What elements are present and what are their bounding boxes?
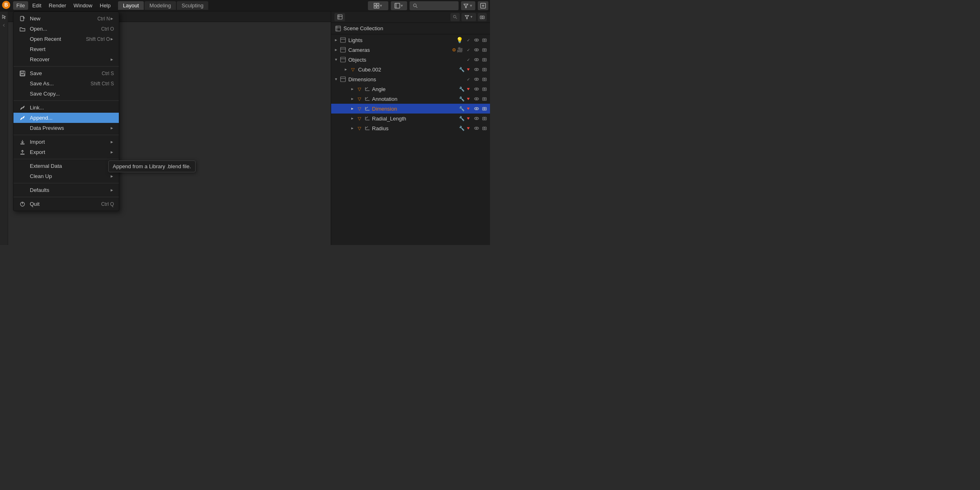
cube002-eye[interactable] [473, 66, 480, 73]
outliner-filter-btn[interactable]: ▼ [461, 13, 476, 21]
dimensions-check[interactable]: ✓ [465, 76, 472, 83]
menu-item-clean-up[interactable]: Clean Up ► [13, 171, 119, 181]
menu-edit[interactable]: Edit [29, 1, 45, 10]
menu-item-data-previews[interactable]: Data Previews ► [13, 123, 119, 133]
lights-check[interactable]: ✓ [465, 36, 472, 44]
filter-btn[interactable]: ▼ [461, 1, 475, 10]
menu-item-save-copy[interactable]: Save Copy... [13, 89, 119, 99]
menu-item-open[interactable]: Open... Ctrl O [13, 24, 119, 34]
display-mode-btn[interactable]: ▼ [391, 1, 407, 10]
dimensions-eye[interactable] [473, 76, 480, 83]
cube002-wrench: 🔧 [459, 67, 465, 72]
dimensions-camera[interactable] [481, 76, 488, 83]
annotation-camera[interactable] [481, 95, 488, 102]
outliner-item-cube002[interactable]: ► ▽ Cube.002 🔧 🔻 [331, 65, 490, 74]
dimension-camera[interactable] [481, 105, 488, 112]
cameras-check[interactable]: ✓ [465, 46, 472, 53]
svg-line-83 [365, 127, 368, 128]
svg-point-57 [476, 89, 477, 90]
lights-expand[interactable]: ► [333, 37, 339, 43]
outliner-camera-btn[interactable] [478, 13, 487, 21]
menu-render[interactable]: Render [45, 1, 69, 10]
cube002-expand[interactable]: ► [343, 66, 349, 73]
radius-eye[interactable] [473, 125, 480, 132]
menu-item-recover[interactable]: Recover ► [13, 54, 119, 65]
recover-label: Recover [30, 56, 110, 62]
separator-1 [13, 66, 119, 67]
outliner-item-radius[interactable]: ► ▽ Radius 🔧 🔻 [331, 123, 490, 133]
new-workspace-btn[interactable] [478, 1, 488, 10]
menu-item-open-recent[interactable]: Open Recent Shift Ctrl O ► [13, 34, 119, 44]
outliner-item-dimension[interactable]: ► ▽ Dimension 🔧 🔻 [331, 104, 490, 114]
data-previews-label: Data Previews [30, 125, 110, 131]
cameras-eye[interactable] [473, 46, 480, 53]
cameras-camera[interactable] [481, 46, 488, 53]
radial-label: Radial_Length [372, 116, 459, 122]
dimensions-expand[interactable]: ▼ [333, 76, 339, 82]
radius-tri: 🔻 [466, 126, 471, 131]
lights-eye[interactable] [473, 36, 480, 44]
outliner-item-dimensions[interactable]: ▼ Dimensions ✓ [331, 74, 490, 84]
radius-camera[interactable] [481, 125, 488, 132]
dimension-measure-icon [365, 105, 370, 112]
outliner-item-objects[interactable]: ▼ Objects ✓ [331, 55, 490, 65]
svg-rect-6 [395, 3, 400, 8]
outliner-item-radial-length[interactable]: ► ▽ Radial_Length 🔧 🔻 [331, 114, 490, 123]
cube002-camera[interactable] [481, 66, 488, 73]
menu-item-export[interactable]: Export ► [13, 147, 119, 157]
scene-collection-header[interactable]: Scene Collection [331, 23, 490, 34]
dimension-eye[interactable] [473, 105, 480, 112]
menu-item-import[interactable]: Import ► [13, 137, 119, 147]
select-tool[interactable] [0, 13, 8, 20]
objects-eye[interactable] [473, 56, 480, 63]
menu-help[interactable]: Help [96, 1, 114, 10]
annotation-expand[interactable]: ► [349, 96, 356, 102]
menu-window[interactable]: Window [70, 1, 96, 10]
menu-item-save[interactable]: Save Ctrl S [13, 68, 119, 78]
separator-6 [13, 197, 119, 197]
editor-type-btn[interactable]: ▼ [368, 1, 388, 10]
angle-expand[interactable]: ► [349, 86, 356, 92]
annotation-eye[interactable] [473, 95, 480, 102]
outliner-search[interactable] [450, 13, 460, 21]
lights-camera[interactable] [481, 36, 488, 44]
separator-3 [13, 135, 119, 135]
radial-camera[interactable] [481, 115, 488, 122]
menu-item-new[interactable]: New Ctrl N ► [13, 13, 119, 24]
radius-expand[interactable]: ► [349, 125, 356, 131]
objects-camera[interactable] [481, 56, 488, 63]
outliner-item-angle[interactable]: ► ▽ Angle 🔧 🔻 [331, 84, 490, 94]
objects-check[interactable]: ✓ [465, 56, 472, 63]
svg-point-59 [484, 89, 486, 90]
search-bar[interactable] [410, 1, 459, 10]
cube002-tri: 🔻 [466, 67, 471, 72]
svg-point-21 [481, 16, 483, 18]
radial-eye[interactable] [473, 115, 480, 122]
cameras-expand[interactable]: ► [333, 47, 339, 53]
outliner-item-lights[interactable]: ► Lights 💡 ✓ [331, 35, 490, 45]
open-recent-shortcut: Shift Ctrl O [86, 36, 110, 42]
menu-item-external-data[interactable]: External Data ► [13, 161, 119, 171]
tab-sculpting[interactable]: Sculpting [177, 1, 208, 10]
menu-item-append[interactable]: Append... [13, 113, 119, 123]
objects-expand[interactable]: ▼ [333, 56, 339, 63]
menu-file[interactable]: File [13, 1, 28, 10]
tab-layout[interactable]: Layout [118, 1, 144, 10]
collapse-arrow[interactable] [2, 21, 7, 29]
menu-item-quit[interactable]: Quit Ctrl Q [13, 199, 119, 209]
outliner-item-annotation[interactable]: ► ▽ Annotation 🔧 🔻 [331, 94, 490, 104]
outliner-mode-btn[interactable] [334, 13, 345, 21]
outliner-item-cameras[interactable]: ► Cameras ⚙ 🎥 ✓ [331, 45, 490, 55]
menu-item-revert[interactable]: Revert [13, 44, 119, 54]
angle-camera[interactable] [481, 85, 488, 93]
angle-eye[interactable] [473, 85, 480, 93]
dimension-expand[interactable]: ► [349, 105, 356, 112]
svg-point-39 [474, 58, 479, 61]
radial-expand[interactable]: ► [349, 115, 356, 122]
cameras-fork-icon: ⚙ [452, 47, 456, 53]
menu-item-link[interactable]: Link... [13, 102, 119, 113]
angle-label: Angle [372, 86, 459, 92]
tab-modeling[interactable]: Modeling [145, 1, 176, 10]
menu-item-defaults[interactable]: Defaults ► [13, 185, 119, 195]
menu-item-save-as[interactable]: Save As... Shift Ctrl S [13, 78, 119, 89]
